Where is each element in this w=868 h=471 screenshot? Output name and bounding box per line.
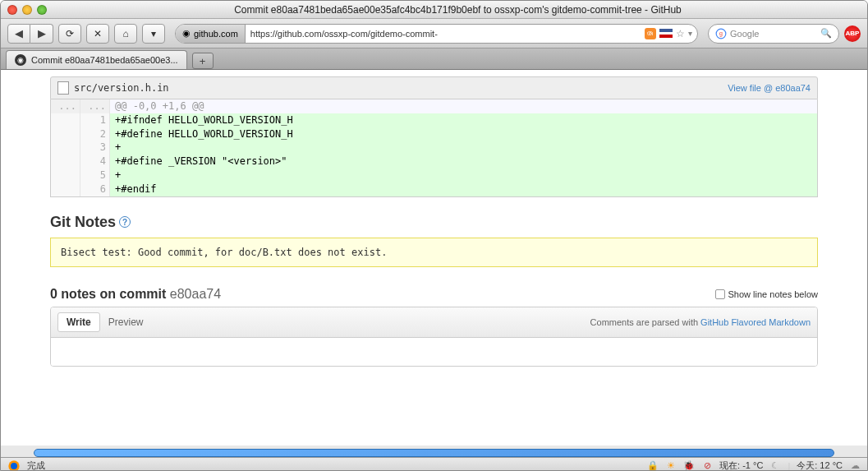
bug-disabled-icon[interactable]: 🐞 xyxy=(683,460,695,472)
search-placeholder: Google xyxy=(730,29,759,39)
notes-count-text: 0 notes on commit xyxy=(50,287,170,301)
file-header: src/version.h.in View file @ e80aa74 xyxy=(50,76,818,99)
window-controls xyxy=(7,5,47,15)
site-identity[interactable]: ◉ github.com xyxy=(176,25,246,43)
show-line-notes-toggle[interactable]: Show line notes below xyxy=(715,289,818,299)
github-favicon-icon: ◉ xyxy=(15,54,26,66)
diff-line: +#ifndef HELLO_WORLD_VERSION_H xyxy=(110,113,817,127)
line-number-old xyxy=(51,155,80,169)
browser-window: Commit e80aa7481beda65ae00e35afc4bc4b171… xyxy=(0,0,868,471)
nav-back-forward: ◀ ▶ xyxy=(7,24,53,44)
history-button[interactable]: ▾ xyxy=(142,24,165,44)
history-icon: ▾ xyxy=(151,28,156,39)
status-bar: 完成 🔒 ☀ 🐞 ⊘ 现在: -1 °C ☾ | 今天: 12 °C ☁ xyxy=(1,457,867,471)
dropdown-icon[interactable]: ▾ xyxy=(688,29,692,38)
tab-strip: ◉ Commit e80aa7481beda65ae00e3... + xyxy=(1,48,867,70)
back-icon: ◀ xyxy=(15,27,23,39)
github-icon: ◉ xyxy=(182,28,191,39)
close-window-button[interactable] xyxy=(7,5,17,15)
status-text: 完成 xyxy=(27,459,45,471)
svg-point-3 xyxy=(11,463,17,469)
weather-now: 现在: -1 °C xyxy=(719,459,763,471)
line-number-ellipsis: ... xyxy=(80,99,110,113)
lock-icon[interactable]: 🔒 xyxy=(647,460,659,472)
zoom-window-button[interactable] xyxy=(37,5,47,15)
help-icon[interactable]: ? xyxy=(119,216,131,228)
url-icons: ෧ ☆ ▾ xyxy=(640,28,697,39)
diff-line: +#endif xyxy=(110,182,817,196)
search-icon: 🔍 xyxy=(820,28,832,39)
line-number-old xyxy=(51,127,80,141)
line-number-old xyxy=(51,113,80,127)
commit-hash: e80aa74 xyxy=(170,287,221,301)
line-number-new: 2 xyxy=(80,127,110,141)
git-notes-heading-row: Git Notes ? xyxy=(50,214,818,231)
home-icon: ⌂ xyxy=(122,28,128,39)
line-number-old xyxy=(51,169,80,182)
notes-count-row: 0 notes on commit e80aa74 Show line note… xyxy=(50,287,818,302)
line-number-new: 6 xyxy=(80,182,110,196)
bookmark-star-icon[interactable]: ☆ xyxy=(676,28,685,39)
back-button[interactable]: ◀ xyxy=(7,24,30,44)
diff-line: +#define _VERSION "<version>" xyxy=(110,155,817,169)
minimize-window-button[interactable] xyxy=(22,5,32,15)
weather-today: 今天: 12 °C xyxy=(797,459,843,471)
window-title: Commit e80aa7481beda65ae00e35afc4bc4b171… xyxy=(55,4,861,16)
cloud-icon: ☁ xyxy=(849,460,861,472)
firefox-icon xyxy=(7,459,21,472)
moon-icon: ☾ xyxy=(769,460,781,472)
line-number-old xyxy=(51,182,80,196)
markdown-link[interactable]: GitHub Flavored Markdown xyxy=(700,317,811,327)
sun-icon[interactable]: ☀ xyxy=(665,460,677,472)
stop-button[interactable]: ✕ xyxy=(86,24,109,44)
flag-icon[interactable] xyxy=(659,29,673,38)
adblock-icon[interactable]: ABP xyxy=(844,25,861,42)
stop-icon: ✕ xyxy=(94,28,102,39)
url-bar[interactable]: ◉ github.com https://github.com/ossxp-co… xyxy=(175,24,698,44)
show-line-notes-label: Show line notes below xyxy=(728,289,818,299)
tab-current[interactable]: ◉ Commit e80aa7481beda65ae00e3... xyxy=(6,50,187,69)
forward-icon: ▶ xyxy=(38,27,46,39)
line-number-new: 1 xyxy=(80,113,110,127)
diff-line: + xyxy=(110,141,817,155)
google-icon: g xyxy=(715,28,727,39)
reload-icon: ⟳ xyxy=(66,28,74,39)
markdown-hint: Comments are parsed with GitHub Flavored… xyxy=(590,317,811,327)
home-button[interactable]: ⌂ xyxy=(114,24,137,44)
line-number-new: 5 xyxy=(80,169,110,182)
browser-toolbar: ◀ ▶ ⟳ ✕ ⌂ ▾ ◉ github.com https://github.… xyxy=(1,19,867,48)
comment-box: Write Preview Comments are parsed with G… xyxy=(50,307,818,367)
file-name: src/version.h.in xyxy=(74,82,169,94)
comment-textarea[interactable] xyxy=(51,338,817,366)
titlebar: Commit e80aa7481beda65ae00e35afc4bc4b171… xyxy=(1,1,867,19)
shield-disabled-icon[interactable]: ⊘ xyxy=(701,460,713,472)
horizontal-scrollbar[interactable] xyxy=(34,449,834,457)
view-file-link[interactable]: View file @ e80aa74 xyxy=(728,83,811,93)
tab-preview[interactable]: Preview xyxy=(100,313,152,331)
url-domain: github.com xyxy=(194,29,238,39)
diff-line: + xyxy=(110,169,817,182)
reload-button[interactable]: ⟳ xyxy=(58,24,81,44)
diff-view: ... ... @@ -0,0 +1,6 @@ 1 +#ifndef HELLO… xyxy=(50,99,818,197)
line-number-new: 3 xyxy=(80,141,110,155)
tab-label: Commit e80aa7481beda65ae00e3... xyxy=(31,55,178,65)
tab-write[interactable]: Write xyxy=(57,312,100,332)
diff-line: +#define HELLO_WORLD_VERSION_H xyxy=(110,127,817,141)
comment-tabs: Write Preview Comments are parsed with G… xyxy=(51,307,817,338)
checkbox-icon[interactable] xyxy=(715,289,725,299)
line-number-new: 4 xyxy=(80,155,110,169)
git-notes-content: Bisect test: Good commit, for doc/B.txt … xyxy=(50,238,818,267)
rss-icon[interactable]: ෧ xyxy=(645,28,656,39)
line-number-old xyxy=(51,141,80,155)
line-number-ellipsis: ... xyxy=(51,99,80,113)
new-tab-button[interactable]: + xyxy=(192,53,214,69)
diff-hunk-header: @@ -0,0 +1,6 @@ xyxy=(110,99,817,113)
forward-button[interactable]: ▶ xyxy=(30,24,53,44)
git-notes-heading: Git Notes xyxy=(50,214,116,231)
file-icon xyxy=(57,81,69,95)
url-address: https://github.com/ossxp-com/gitdemo-com… xyxy=(246,29,640,39)
search-bar[interactable]: g Google 🔍 xyxy=(708,24,839,44)
svg-text:g: g xyxy=(719,30,723,37)
page-content: src/version.h.in View file @ e80aa74 ...… xyxy=(1,70,867,446)
